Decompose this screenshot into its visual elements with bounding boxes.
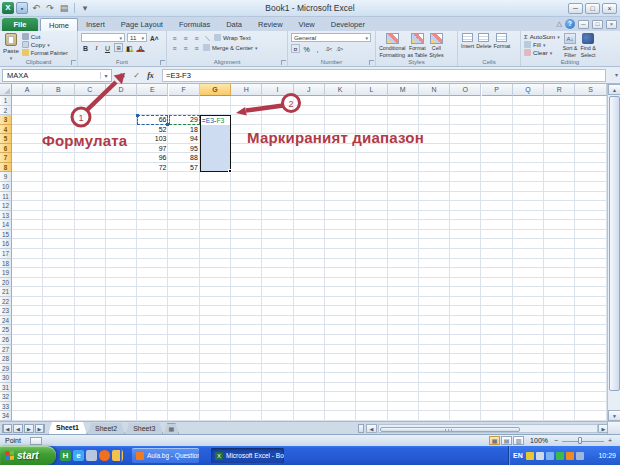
- bold-button[interactable]: B: [81, 43, 90, 52]
- align-center-icon[interactable]: ≡: [181, 43, 190, 52]
- insert-function-icon[interactable]: fx: [144, 69, 157, 82]
- vertical-scrollbar[interactable]: ▲ ▼: [607, 84, 620, 421]
- align-middle-icon[interactable]: ≡: [181, 33, 190, 42]
- find-select-button[interactable]: Find &Select: [580, 33, 595, 58]
- ribbon-tab-review[interactable]: Review: [250, 18, 291, 31]
- column-header-l[interactable]: L: [356, 84, 387, 96]
- row-header-9[interactable]: 9: [0, 172, 12, 182]
- vertical-scroll-thumb[interactable]: [609, 96, 620, 391]
- language-indicator[interactable]: EN: [513, 452, 523, 459]
- cell-e5[interactable]: 103: [137, 134, 168, 144]
- alignment-dialog-launcher[interactable]: [281, 60, 286, 65]
- row-header-14[interactable]: 14: [0, 220, 12, 230]
- column-header-c[interactable]: C: [75, 84, 106, 96]
- active-cell-g3[interactable]: =E3-F3: [201, 116, 230, 125]
- ribbon-tab-page-layout[interactable]: Page Layout: [113, 18, 171, 31]
- row-header-27[interactable]: 27: [0, 345, 12, 355]
- internet-explorer-icon[interactable]: e: [73, 450, 84, 461]
- macro-record-button[interactable]: [30, 437, 42, 445]
- row-header-16[interactable]: 16: [0, 239, 12, 249]
- format-cells-button[interactable]: Format: [494, 33, 511, 49]
- column-header-b[interactable]: B: [43, 84, 74, 96]
- row-header-22[interactable]: 22: [0, 297, 12, 307]
- workbook-close-icon[interactable]: ×: [606, 20, 617, 29]
- column-header-q[interactable]: Q: [513, 84, 544, 96]
- app-icon[interactable]: [86, 450, 97, 461]
- workbook-restore-icon[interactable]: □: [592, 20, 603, 29]
- file-tab[interactable]: File: [2, 18, 38, 31]
- column-header-k[interactable]: K: [325, 84, 356, 96]
- last-sheet-icon[interactable]: ▶: [35, 424, 45, 433]
- scroll-up-icon[interactable]: ▲: [608, 84, 620, 95]
- expand-formula-bar-icon[interactable]: ▾: [615, 71, 618, 78]
- cell-f6[interactable]: 95: [169, 144, 200, 154]
- row-header-19[interactable]: 19: [0, 268, 12, 278]
- column-header-f[interactable]: F: [169, 84, 200, 96]
- keyboard-indicator[interactable]: [526, 452, 534, 460]
- firefox-icon[interactable]: [99, 450, 110, 461]
- start-button[interactable]: start: [0, 446, 56, 465]
- orientation-icon[interactable]: ⟍: [203, 33, 212, 42]
- ribbon-tab-data[interactable]: Data: [218, 18, 250, 31]
- zoom-out-icon[interactable]: −: [554, 437, 558, 444]
- ribbon-tab-formulas[interactable]: Formulas: [171, 18, 218, 31]
- font-color-icon[interactable]: A: [136, 43, 145, 52]
- row-header-13[interactable]: 13: [0, 211, 12, 221]
- row-header-8[interactable]: 8: [0, 163, 12, 173]
- font-size-dropdown[interactable]: 11▾: [127, 33, 147, 42]
- insert-cells-button[interactable]: Insert: [461, 33, 474, 49]
- column-header-o[interactable]: O: [450, 84, 481, 96]
- row-header-28[interactable]: 28: [0, 354, 12, 364]
- column-header-m[interactable]: M: [388, 84, 419, 96]
- column-header-s[interactable]: S: [575, 84, 606, 96]
- zoom-slider[interactable]: − +: [554, 436, 612, 445]
- align-top-icon[interactable]: ≡: [170, 33, 179, 42]
- ribbon-tab-view[interactable]: View: [291, 18, 323, 31]
- minimize-button[interactable]: ─: [568, 3, 583, 14]
- help-icon[interactable]: ?: [565, 19, 575, 29]
- normal-view-button[interactable]: ▦: [489, 436, 500, 445]
- row-header-21[interactable]: 21: [0, 287, 12, 297]
- collapse-ribbon-icon[interactable]: △: [557, 19, 562, 29]
- close-button[interactable]: ×: [602, 3, 617, 14]
- align-left-icon[interactable]: ≡: [170, 43, 179, 52]
- cell-e8[interactable]: 72: [137, 163, 168, 173]
- decrease-decimal-icon[interactable]: .0˃: [335, 44, 344, 53]
- horizontal-scrollbar[interactable]: [378, 424, 598, 433]
- horizontal-scroll-thumb[interactable]: [380, 427, 520, 432]
- column-header-a[interactable]: A: [12, 84, 43, 96]
- page-break-view-button[interactable]: ▥: [513, 436, 524, 445]
- clipboard-dialog-launcher[interactable]: [71, 60, 76, 65]
- row-header-34[interactable]: 34: [0, 411, 12, 421]
- row-header-31[interactable]: 31: [0, 383, 12, 393]
- formula-input[interactable]: =E3-F3: [162, 69, 606, 82]
- align-bottom-icon[interactable]: ≡: [192, 33, 201, 42]
- page-layout-view-button[interactable]: ▤: [501, 436, 512, 445]
- number-format-dropdown[interactable]: General▾: [291, 33, 371, 42]
- cell-styles-button[interactable]: CellStyles: [429, 33, 443, 58]
- first-sheet-icon[interactable]: ◀: [2, 424, 12, 433]
- font-name-dropdown[interactable]: ▾: [81, 33, 125, 42]
- column-header-e[interactable]: E: [137, 84, 168, 96]
- percent-icon[interactable]: %: [302, 44, 311, 53]
- row-header-4[interactable]: 4: [0, 125, 12, 135]
- ribbon-tab-developer[interactable]: Developer: [323, 18, 373, 31]
- ribbon-tab-insert[interactable]: Insert: [78, 18, 113, 31]
- tab-split-handle[interactable]: [358, 424, 364, 433]
- row-header-1[interactable]: 1: [0, 96, 12, 106]
- row-header-26[interactable]: 26: [0, 335, 12, 345]
- copy-button[interactable]: Copy▾: [22, 41, 68, 48]
- grow-font-button[interactable]: A˄: [149, 33, 160, 42]
- column-header-i[interactable]: I: [262, 84, 293, 96]
- row-header-32[interactable]: 32: [0, 392, 12, 402]
- underline-button[interactable]: U: [103, 43, 112, 52]
- row-header-29[interactable]: 29: [0, 364, 12, 374]
- row-header-17[interactable]: 17: [0, 249, 12, 259]
- next-sheet-icon[interactable]: ▶: [24, 424, 34, 433]
- fill-color-icon[interactable]: ◧: [125, 43, 134, 52]
- row-header-30[interactable]: 30: [0, 373, 12, 383]
- row-header-3[interactable]: 3: [0, 115, 12, 125]
- row-header-18[interactable]: 18: [0, 259, 12, 269]
- font-dialog-launcher[interactable]: [160, 60, 165, 65]
- column-header-n[interactable]: N: [419, 84, 450, 96]
